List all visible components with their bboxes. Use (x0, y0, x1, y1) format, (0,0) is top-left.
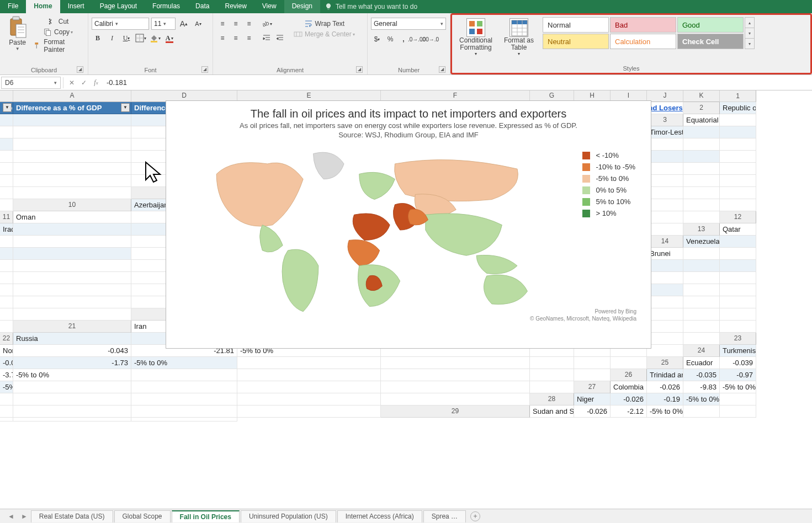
cell-D5[interactable] (647, 138, 683, 151)
wrap-text-button[interactable]: Wrap Text (291, 19, 357, 29)
cut-button[interactable]: Cut (31, 17, 84, 26)
cell-H9[interactable] (647, 187, 683, 199)
map-chart[interactable]: The fall in oil prices and its impact to… (166, 100, 651, 349)
cell-A12[interactable]: Iraq (0, 223, 13, 236)
sheet-tab[interactable]: Fall in Oil Prices (172, 510, 240, 522)
cell-H5[interactable] (13, 151, 131, 163)
cell-D26[interactable]: -0.035 (683, 369, 720, 381)
cell-I27[interactable] (131, 393, 237, 405)
cell-K29[interactable] (131, 418, 237, 421)
col-header-K[interactable]: K (683, 90, 720, 102)
cell-I26[interactable] (237, 381, 381, 393)
conditional-formatting-button[interactable]: Conditional Formatting▾ (454, 17, 497, 56)
tab-file[interactable]: File (0, 0, 26, 13)
cell-E3[interactable] (0, 126, 13, 138)
cell-F4[interactable] (0, 138, 13, 151)
cell-G29[interactable] (683, 405, 720, 418)
cell-E13[interactable] (13, 236, 131, 248)
cell-D23[interactable]: -0.043 (13, 345, 131, 357)
cell-A28[interactable]: Niger (574, 393, 611, 405)
cell-J22[interactable] (647, 333, 683, 345)
fx-button[interactable]: fx (90, 77, 102, 89)
cell-K25[interactable] (574, 369, 611, 381)
table-header-diff-pct[interactable]: Difference as a % of GDP▼ (13, 102, 131, 114)
cell-G8[interactable] (647, 175, 683, 187)
cell-J11[interactable] (647, 211, 683, 223)
cell-I7[interactable] (0, 175, 13, 187)
cell-E6[interactable] (647, 151, 683, 163)
cell-F6[interactable] (683, 151, 720, 163)
cell-K19[interactable] (13, 308, 131, 321)
paste-button[interactable]: Paste ▼ (3, 14, 31, 52)
cell-E28[interactable]: -0.19 (647, 393, 683, 405)
cell-H17[interactable] (0, 284, 13, 296)
orientation-button[interactable]: ab▾ (261, 18, 273, 30)
row-header-26[interactable]: 26 (611, 369, 647, 381)
cell-D15[interactable] (683, 248, 720, 260)
format-as-table-button[interactable]: Format as Table▾ (497, 17, 540, 56)
percent-format-button[interactable]: % (384, 33, 396, 45)
cell-G28[interactable] (720, 393, 756, 405)
align-middle-button[interactable]: ≡ (230, 18, 242, 30)
cell-J29[interactable] (13, 418, 131, 421)
cell-J27[interactable] (237, 393, 381, 405)
cell-I29[interactable] (0, 418, 13, 421)
cell-H18[interactable] (720, 284, 756, 296)
underline-button[interactable]: U▾ (120, 32, 132, 44)
cell-H8[interactable] (683, 175, 720, 187)
cell-K28[interactable] (237, 405, 381, 418)
cell-H19[interactable] (683, 296, 720, 308)
cell-K24[interactable] (611, 357, 647, 369)
cell-K11[interactable] (683, 211, 720, 223)
cell-D16[interactable] (647, 260, 683, 272)
style-good[interactable]: Good (677, 17, 744, 33)
row-header-22[interactable]: 22 (0, 333, 13, 345)
cell-D4[interactable] (683, 126, 720, 138)
cell-I21[interactable] (647, 321, 683, 333)
row-header-23[interactable]: 23 (720, 333, 756, 345)
cell-J20[interactable] (720, 308, 756, 321)
cell-D25[interactable]: -0.039 (720, 357, 756, 369)
cell-E16[interactable] (683, 260, 720, 272)
cell-I9[interactable] (683, 187, 720, 199)
cell-H24[interactable] (381, 357, 530, 369)
row-header-3[interactable]: 3 (647, 114, 683, 126)
sheet-nav-next[interactable]: ► (18, 513, 31, 520)
cell-A2[interactable]: Republic of Congo (720, 102, 756, 114)
cell-I19[interactable] (720, 296, 756, 308)
cell-E29[interactable]: -2.12 (611, 405, 647, 418)
col-header-A[interactable]: A (13, 90, 131, 102)
cell-F5[interactable] (720, 138, 756, 151)
tab-home[interactable]: Home (26, 0, 60, 13)
italic-button[interactable]: I (106, 32, 118, 44)
cell-E17[interactable] (647, 272, 683, 284)
cell-F26[interactable]: -5% to 0% (0, 381, 13, 393)
cell-I28[interactable] (13, 405, 131, 418)
cell-K27[interactable] (381, 393, 530, 405)
tab-page-layout[interactable]: Page Layout (92, 0, 145, 13)
cell-E4[interactable] (720, 126, 756, 138)
sheet-tab[interactable]: Sprea … (423, 510, 466, 522)
style-neutral[interactable]: Neutral (543, 34, 609, 49)
row-header-28[interactable]: 28 (530, 393, 574, 405)
cell-D3[interactable] (720, 114, 756, 126)
cell-A15[interactable]: Brunei (647, 248, 683, 260)
tab-design[interactable]: Design (284, 0, 320, 13)
align-top-button[interactable]: ≡ (216, 18, 229, 30)
cell-G24[interactable] (237, 357, 381, 369)
cell-F27[interactable]: -5% to 0% (720, 381, 756, 393)
grow-font-button[interactable]: A▴ (178, 18, 190, 30)
name-box[interactable]: D6▾ (1, 77, 61, 89)
worksheet-area[interactable]: ADEFGHIJK1Country▼Difference as a % of G… (0, 90, 812, 509)
cell-A11[interactable]: Oman (13, 211, 131, 223)
cell-F28[interactable]: -5% to 0% (683, 393, 720, 405)
cell-J7[interactable] (13, 175, 131, 187)
sheet-tab[interactable]: Internet Access (Africa) (337, 510, 422, 522)
filter-button[interactable]: ▼ (3, 103, 12, 112)
cell-A14[interactable]: Venezuela (683, 236, 720, 248)
cell-E2[interactable] (13, 114, 131, 126)
cell-H29[interactable] (720, 405, 756, 418)
cell-A25[interactable]: Ecuador (683, 357, 720, 369)
cell-K9[interactable] (0, 199, 13, 211)
cell-A22[interactable]: Russia (13, 333, 131, 345)
